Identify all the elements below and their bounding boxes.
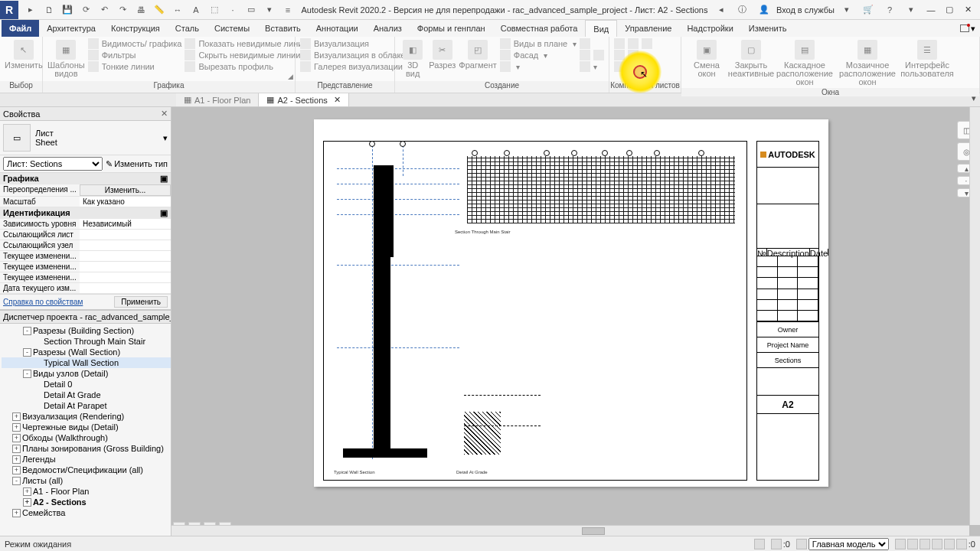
filters-button[interactable]: Фильтры xyxy=(88,50,182,60)
tree-twisty-icon[interactable]: + xyxy=(12,455,21,464)
doc-tab-a1[interactable]: ▦A1 - Floor Plan xyxy=(176,93,259,106)
tab-file[interactable]: Файл xyxy=(2,20,39,37)
showhidden-button[interactable]: Показать невидимые линии xyxy=(185,38,307,49)
sb-pin-icon[interactable] xyxy=(920,539,930,549)
tree-node[interactable]: +Планы зонирования (Gross Building) xyxy=(2,443,171,454)
elevation-button[interactable]: Фасад ▾ xyxy=(500,50,577,60)
sheets-ic1[interactable] xyxy=(614,38,652,49)
tab-structure[interactable]: Конструкция xyxy=(103,20,168,37)
nav-left-icon[interactable]: ◂ xyxy=(714,2,729,18)
help-dropdown-icon[interactable]: ▾ xyxy=(903,2,919,18)
section-ident[interactable]: Идентификация▣ xyxy=(0,207,171,219)
tree-node[interactable]: Section Through Main Stair xyxy=(2,336,171,347)
tree-node[interactable]: +A2 - Sections xyxy=(2,497,171,507)
designopt-icon[interactable] xyxy=(771,539,782,549)
tab-collab[interactable]: Совместная работа xyxy=(493,20,586,37)
h-scrollbar[interactable] xyxy=(172,525,969,536)
tile-button[interactable]: ▦Мозаичное расположение окон xyxy=(838,38,897,86)
sb-face-icon[interactable] xyxy=(944,539,955,549)
tree-twisty-icon[interactable]: + xyxy=(23,498,31,507)
qa-new-icon[interactable]: 🗋 xyxy=(41,2,57,18)
graphics-expand-icon[interactable]: ◢ xyxy=(288,73,293,80)
tab-insert[interactable]: Вставить xyxy=(257,20,309,37)
tree-twisty-icon[interactable]: + xyxy=(12,445,21,453)
prop-row[interactable]: Зависимость уровняНезависимый xyxy=(0,219,171,230)
hidehidden-button[interactable]: Скрыть невидимые линии xyxy=(185,50,307,60)
drawing-canvas[interactable]: Section Through Main Stair Typical Wall … xyxy=(172,107,980,536)
viewport-section-main-stair[interactable] xyxy=(467,156,735,223)
closehidden-button[interactable]: ▢Закрыть неактивные xyxy=(730,38,772,78)
modify-big-button[interactable]: ↖Изменить xyxy=(5,38,43,70)
section-grafika[interactable]: Графика▣ xyxy=(0,173,171,184)
tab-annotate[interactable]: Аннотации xyxy=(309,20,366,37)
render-button[interactable]: Визуализация xyxy=(300,38,406,49)
qa-print-icon[interactable]: 🖶 xyxy=(133,2,149,18)
qa-undo-icon[interactable]: ↶ xyxy=(96,2,112,18)
tree-twisty-icon[interactable]: + xyxy=(12,434,21,442)
tree-node[interactable]: +A1 - Floor Plan xyxy=(2,486,171,497)
v-scrollbar[interactable] xyxy=(969,107,980,525)
tree-twisty-icon[interactable]: - xyxy=(23,348,31,357)
model-icon[interactable] xyxy=(796,539,807,549)
tab-addins[interactable]: Надстройки xyxy=(679,20,740,37)
create-extra-button[interactable]: ▾ xyxy=(500,61,577,72)
signin-dropdown-icon[interactable]: ▾ xyxy=(839,2,854,18)
sheets-ic2[interactable] xyxy=(614,50,652,60)
tree-node[interactable]: -Разрезы (Building Section) xyxy=(2,325,171,336)
tree-node[interactable]: -Разрезы (Wall Section) xyxy=(2,347,171,357)
edit-type-button[interactable]: ✎Изменить тип xyxy=(106,159,168,169)
3dview-button[interactable]: ◧3D вид xyxy=(400,38,426,78)
tab-systems[interactable]: Системы xyxy=(207,20,257,37)
tree-node[interactable]: Typical Wall Section xyxy=(2,357,171,368)
cascade-button[interactable]: ▤Каскадное расположение окон xyxy=(775,38,835,86)
tree-node[interactable]: +Ведомости/Спецификации (all) xyxy=(2,465,171,475)
tree-twisty-icon[interactable]: - xyxy=(23,370,31,378)
type-dropdown-icon[interactable]: ▾ xyxy=(163,133,168,143)
ui-button[interactable]: ☰Интерфейс пользователя xyxy=(900,38,954,78)
tab-massing[interactable]: Формы и генплан xyxy=(410,20,493,37)
tree-twisty-icon[interactable]: + xyxy=(12,509,21,517)
sb-select-icon[interactable] xyxy=(895,539,906,549)
create-ic1[interactable] xyxy=(580,38,604,49)
tab-analyze[interactable]: Анализ xyxy=(366,20,410,37)
worksets-icon[interactable] xyxy=(754,539,765,549)
qa-measure-icon[interactable]: 📏 xyxy=(152,2,167,18)
section-button[interactable]: ✂Разрез xyxy=(429,38,456,70)
switchwindows-button[interactable]: ▣Смена окон xyxy=(686,38,727,78)
tree-node[interactable]: -Виды узлов (Detail) xyxy=(2,368,171,379)
tab-modify[interactable]: Изменить xyxy=(741,20,795,37)
prop-row[interactable]: Текущее изменени... xyxy=(0,272,171,283)
tree-twisty-icon[interactable]: + xyxy=(23,487,31,496)
model-selector[interactable]: Главная модель xyxy=(808,538,889,550)
tree-twisty-icon[interactable]: + xyxy=(12,412,21,421)
visibility-button[interactable]: Видимость/ графика xyxy=(88,38,182,49)
tree-node[interactable]: Detail At Grade xyxy=(2,390,171,400)
tab-architecture[interactable]: Архитектура xyxy=(39,20,103,37)
qa-save-icon[interactable]: 💾 xyxy=(60,2,75,18)
ribbon-state-icon[interactable] xyxy=(960,24,969,32)
planviews-button[interactable]: Виды в плане ▾ xyxy=(500,38,577,49)
qa-text-icon[interactable]: A xyxy=(188,2,204,18)
sb-link-icon[interactable] xyxy=(907,539,918,549)
tree-node[interactable]: +Визуализация (Rendering) xyxy=(2,411,171,422)
sb-drag-icon[interactable] xyxy=(932,539,942,549)
qa-3d-icon[interactable]: ⬚ xyxy=(207,2,222,18)
tree-node[interactable]: +Семейства xyxy=(2,507,171,518)
prop-row[interactable]: Ссылающийся узел xyxy=(0,240,171,251)
close-button[interactable]: ✕ xyxy=(960,2,975,18)
ribbon-state-dropdown-icon[interactable]: ▾ xyxy=(971,24,975,34)
viewport-detail-grade[interactable] xyxy=(464,412,501,455)
tree-node[interactable]: Detail At Parapet xyxy=(2,400,171,411)
properties-close-icon[interactable]: ✕ xyxy=(161,109,168,119)
create-ic3[interactable]: ▾ xyxy=(580,61,604,72)
tree-twisty-icon[interactable]: + xyxy=(12,423,21,432)
tree-node[interactable]: Detail 0 xyxy=(2,379,171,390)
maximize-button[interactable]: ▢ xyxy=(942,2,957,18)
rendergallery-button[interactable]: Галерея визуализации xyxy=(300,61,406,72)
cart-icon[interactable]: 🛒 xyxy=(861,2,876,18)
prop-row[interactable]: Текущее изменени... xyxy=(0,251,171,262)
qa-sync-icon[interactable]: ⟳ xyxy=(78,2,93,18)
minimize-button[interactable]: — xyxy=(923,2,939,18)
cloudrender-button[interactable]: Визуализация в облаке xyxy=(300,50,406,60)
callout-button[interactable]: ◰Фрагмент xyxy=(459,38,496,70)
